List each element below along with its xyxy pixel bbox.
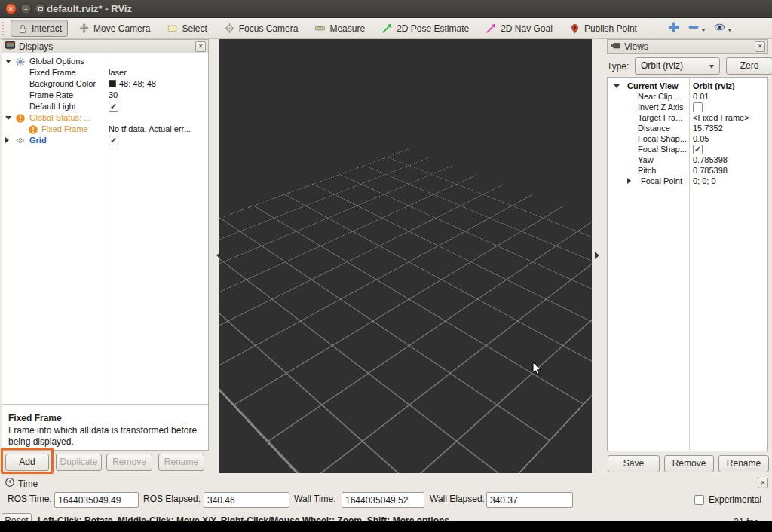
row-value[interactable]: 0.05 bbox=[693, 134, 709, 143]
map-pin-icon bbox=[569, 23, 581, 34]
zoom-out-button[interactable] bbox=[688, 21, 706, 36]
divider bbox=[2, 404, 208, 405]
tree-row-invert-z[interactable]: Invert Z Axis bbox=[608, 102, 767, 112]
close-icon[interactable]: ✕ bbox=[758, 478, 768, 488]
tool-select-button[interactable]: Select bbox=[161, 20, 213, 37]
minimize-icon[interactable]: − bbox=[20, 3, 32, 14]
tool-2d-nav-goal-button[interactable]: 2D Nav Goal bbox=[479, 20, 559, 37]
tree-row-fixed-frame[interactable]: Fixed Frame laser bbox=[2, 67, 208, 78]
close-icon[interactable]: ✕ bbox=[755, 41, 765, 52]
row-value[interactable]: <Fixed Frame> bbox=[693, 113, 749, 122]
chevron-down-icon[interactable] bbox=[728, 29, 732, 34]
row-label: Pitch bbox=[638, 166, 656, 175]
toolbar-drag-handle-icon[interactable] bbox=[2, 22, 4, 35]
row-value[interactable]: 0; 0; 0 bbox=[693, 176, 716, 185]
remove-display-button[interactable]: Remove bbox=[106, 454, 152, 471]
view-type-select[interactable]: Orbit (rviz) bbox=[635, 57, 720, 75]
row-value[interactable]: 30 bbox=[109, 90, 118, 99]
row-value[interactable]: 0.01 bbox=[693, 92, 709, 101]
visibility-eye-icon bbox=[713, 21, 726, 36]
experimental-toggle[interactable]: Experimental bbox=[694, 494, 761, 505]
ground-grid bbox=[219, 149, 592, 473]
tool-interact-button[interactable]: Interact bbox=[11, 20, 68, 37]
tree-row-global-status[interactable]: Global Status: ... bbox=[2, 112, 208, 124]
checkbox-unchecked[interactable] bbox=[694, 495, 704, 505]
tool-focus-camera-button[interactable]: Focus Camera bbox=[218, 20, 305, 37]
rename-view-button[interactable]: Rename bbox=[718, 455, 769, 472]
screen-letterbox bbox=[0, 521, 772, 532]
row-value[interactable]: 0.785398 bbox=[693, 155, 728, 164]
tree-row-grid[interactable]: Grid ✓ bbox=[2, 135, 208, 146]
expander-icon[interactable] bbox=[5, 113, 11, 123]
row-value[interactable]: 48; 48; 48 bbox=[109, 79, 156, 88]
displays-panel-header[interactable]: Displays ✕ bbox=[2, 39, 209, 54]
zoom-in-icon bbox=[668, 21, 680, 36]
tool-move-camera-button[interactable]: Move Camera bbox=[72, 20, 156, 37]
tool-measure-button[interactable]: Measure bbox=[308, 20, 371, 37]
row-value[interactable]: laser bbox=[109, 68, 127, 77]
close-icon[interactable]: ✕ bbox=[195, 41, 206, 52]
crosshair-icon bbox=[224, 23, 235, 34]
ros-elapsed-input[interactable] bbox=[204, 492, 290, 508]
wall-time-input[interactable] bbox=[342, 492, 424, 508]
tool-2d-pose-estimate-button[interactable]: 2D Pose Estimate bbox=[375, 20, 475, 37]
tree-row-target-frame[interactable]: Target Fra... <Fixed Frame> bbox=[608, 112, 767, 123]
zoom-in-button[interactable] bbox=[668, 21, 680, 36]
wall-elapsed-label: Wall Elapsed: bbox=[430, 494, 485, 504]
tree-row-focal-shape-fixed[interactable]: Focal Shap... ✓ bbox=[608, 144, 767, 154]
views-panel-header[interactable]: Views ✕ bbox=[607, 39, 768, 54]
rename-display-button[interactable]: Rename bbox=[158, 454, 204, 471]
views-panel-title: Views bbox=[624, 41, 648, 52]
tree-row-near-clip[interactable]: Near Clip ... 0.01 bbox=[608, 91, 767, 102]
duplicate-button[interactable]: Duplicate bbox=[56, 454, 102, 471]
checkbox-checked[interactable]: ✓ bbox=[693, 145, 703, 154]
render-viewport[interactable] bbox=[219, 39, 592, 473]
expander-icon[interactable] bbox=[614, 81, 620, 91]
checkbox-checked[interactable]: ✓ bbox=[109, 102, 118, 112]
tree-row-focal-shape-size[interactable]: Focal Shap... 0.05 bbox=[608, 133, 767, 144]
tree-row-distance[interactable]: Distance 15.7352 bbox=[608, 123, 767, 133]
visibility-button[interactable] bbox=[713, 21, 732, 36]
ros-time-input[interactable] bbox=[54, 492, 139, 508]
tree-row-yaw[interactable]: Yaw 0.785398 bbox=[608, 154, 767, 165]
tree-row-frame-rate[interactable]: Frame Rate 30 bbox=[2, 90, 208, 101]
rviz-window: ✕ − default.rviz* - RViz Interact Move C… bbox=[0, 0, 772, 532]
magenta-arrow-icon bbox=[486, 23, 497, 34]
tree-row-default-light[interactable]: Default Light ✓ bbox=[2, 101, 208, 112]
row-value[interactable]: 15.7352 bbox=[693, 124, 723, 133]
tree-row-background-color[interactable]: Background Color 48; 48; 48 bbox=[2, 78, 208, 90]
row-label: Focal Shap... bbox=[638, 134, 687, 143]
row-value[interactable]: 0.785398 bbox=[693, 166, 728, 175]
wall-elapsed-input[interactable] bbox=[486, 492, 573, 508]
hand-icon bbox=[17, 23, 28, 34]
collapse-right-icon[interactable] bbox=[595, 252, 603, 259]
maximize-icon[interactable] bbox=[35, 3, 46, 14]
time-panel-title: Time bbox=[18, 478, 38, 489]
checkbox-checked[interactable]: ✓ bbox=[109, 136, 118, 145]
close-icon[interactable]: ✕ bbox=[5, 3, 17, 14]
time-panel-header[interactable]: Time ✕ bbox=[2, 477, 770, 490]
remove-view-button[interactable]: Remove bbox=[664, 455, 714, 472]
chevron-down-icon[interactable] bbox=[701, 29, 706, 34]
tool-publish-point-button[interactable]: Publish Point bbox=[563, 20, 643, 37]
displays-tree: Global Options Fixed Frame laser Backgro… bbox=[2, 53, 208, 146]
expander-icon[interactable] bbox=[5, 57, 11, 66]
expander-icon[interactable] bbox=[5, 136, 12, 143]
tree-row-status-fixed-frame[interactable]: Fixed Frame No tf data. Actual err... bbox=[2, 124, 208, 135]
selection-box-icon bbox=[167, 23, 178, 34]
add-button[interactable]: Add bbox=[5, 454, 49, 471]
tree-row-global-options[interactable]: Global Options bbox=[2, 56, 208, 67]
expander-icon[interactable] bbox=[627, 176, 634, 184]
experimental-label: Experimental bbox=[709, 494, 761, 505]
save-view-button[interactable]: Save bbox=[608, 455, 660, 472]
tree-row-current-view[interactable]: Current View Orbit (rviz) bbox=[608, 81, 767, 91]
row-label: Focal Shap... bbox=[638, 145, 687, 154]
chevron-down-icon bbox=[709, 65, 714, 71]
green-arrow-icon bbox=[381, 23, 393, 34]
titlebar[interactable]: ✕ − default.rviz* - RViz bbox=[0, 0, 772, 18]
tree-row-pitch[interactable]: Pitch 0.785398 bbox=[608, 165, 767, 176]
row-label: Invert Z Axis bbox=[638, 102, 684, 112]
tree-row-focal-point[interactable]: Focal Point 0; 0; 0 bbox=[608, 176, 767, 186]
zero-button[interactable]: Zero bbox=[726, 57, 772, 75]
row-value: No tf data. Actual err... bbox=[109, 124, 191, 133]
